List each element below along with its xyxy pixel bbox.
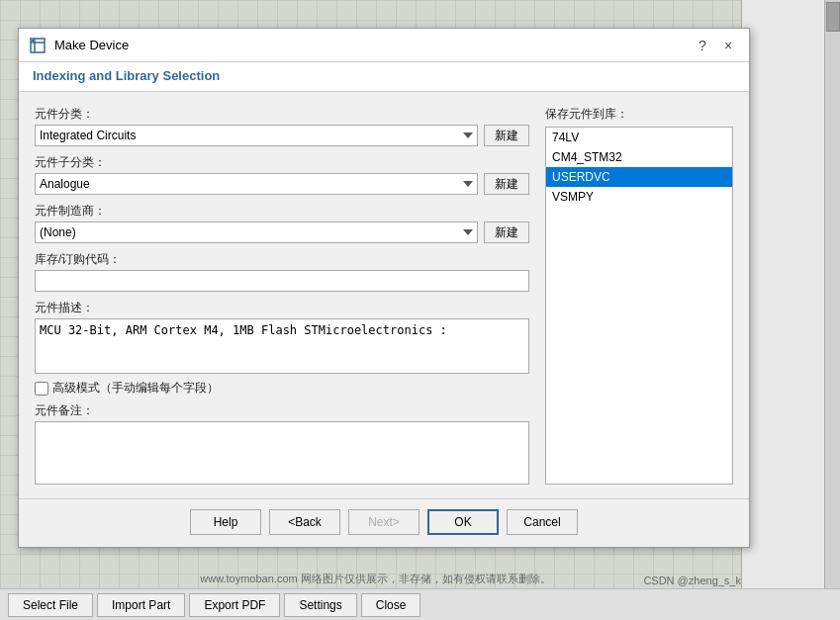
advanced-mode-label[interactable]: 高级模式（手动编辑每个字段） xyxy=(52,380,219,397)
notes-textarea[interactable] xyxy=(35,421,529,485)
description-label: 元件描述： xyxy=(35,300,529,316)
manufacturer-row: (None) 新建 xyxy=(35,221,529,243)
settings-button[interactable]: Settings xyxy=(284,593,356,617)
lib-item-1[interactable]: CM4_STM32 xyxy=(546,147,732,167)
right-strip-scrollbar[interactable] xyxy=(824,0,840,620)
svg-rect-3 xyxy=(32,40,34,42)
description-textarea[interactable]: MCU 32-Bit, ARM Cortex M4, 1MB Flash STM… xyxy=(35,318,529,374)
advanced-mode-row: 高级模式（手动编辑每个字段） xyxy=(35,380,529,397)
subcategory-new-button[interactable]: 新建 xyxy=(484,173,529,195)
category-new-button[interactable]: 新建 xyxy=(484,125,529,146)
close-title-button[interactable]: × xyxy=(717,35,739,56)
subcategory-label: 元件子分类： xyxy=(35,154,529,171)
manufacturer-new-button[interactable]: 新建 xyxy=(484,221,529,243)
lib-item-0[interactable]: 74LV xyxy=(546,128,732,147)
help-title-button[interactable]: ? xyxy=(692,35,713,56)
library-panel: 保存元件到库： 74LVCM4_STM32USERDVCVSMPY xyxy=(545,106,733,485)
order-code-row xyxy=(35,270,529,292)
export-pdf-button[interactable]: Export PDF xyxy=(189,593,280,617)
taskbar: Select File Import Part Export PDF Setti… xyxy=(0,588,840,620)
help-button[interactable]: Help xyxy=(190,509,261,535)
dialog-title: Make Device xyxy=(54,38,688,52)
category-select[interactable]: Integrated Circuits xyxy=(35,125,478,146)
dialog-body: 元件分类： Integrated Circuits 新建 元件子分类： Anal… xyxy=(19,92,749,498)
dialog-titlebar: Make Device ? × xyxy=(19,29,749,62)
order-code-input[interactable] xyxy=(35,270,529,292)
select-file-button[interactable]: Select File xyxy=(8,593,93,617)
subcategory-row: Analogue 新建 xyxy=(35,173,529,195)
dialog-app-icon xyxy=(29,37,47,54)
category-row: Integrated Circuits 新建 xyxy=(35,125,529,146)
right-strip: 21.48mm ▶ xyxy=(741,0,840,620)
library-label: 保存元件到库： xyxy=(545,106,733,123)
manufacturer-label: 元件制造商： xyxy=(35,203,529,220)
manufacturer-select[interactable]: (None) xyxy=(35,221,478,243)
dialog-footer: Help <Back Next> OK Cancel xyxy=(19,498,749,547)
library-list[interactable]: 74LVCM4_STM32USERDVCVSMPY xyxy=(545,127,733,485)
order-code-label: 库存/订购代码： xyxy=(35,251,529,268)
lib-item-2[interactable]: USERDVC xyxy=(546,167,732,187)
lib-item-3[interactable]: VSMPY xyxy=(546,187,732,207)
advanced-mode-checkbox[interactable] xyxy=(35,382,48,396)
dialog-subtitle: Indexing and Library Selection xyxy=(19,62,749,92)
import-part-button[interactable]: Import Part xyxy=(97,593,185,617)
make-device-dialog: Make Device ? × Indexing and Library Sel… xyxy=(18,28,750,548)
ok-button[interactable]: OK xyxy=(427,509,499,535)
scrollbar-thumb[interactable] xyxy=(826,2,840,32)
next-button[interactable]: Next> xyxy=(348,509,420,535)
category-label: 元件分类： xyxy=(35,106,529,123)
notes-label: 元件备注： xyxy=(35,402,529,419)
cancel-button[interactable]: Cancel xyxy=(507,509,578,535)
back-button[interactable]: <Back xyxy=(269,509,340,535)
form-left: 元件分类： Integrated Circuits 新建 元件子分类： Anal… xyxy=(35,106,529,485)
subcategory-select[interactable]: Analogue xyxy=(35,173,478,195)
close-button[interactable]: Close xyxy=(361,593,421,617)
